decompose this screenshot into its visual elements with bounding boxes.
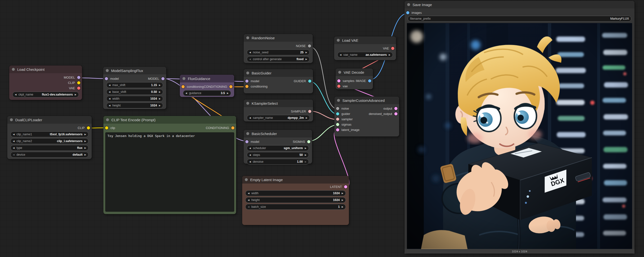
node-random-noise[interactable]: RandomNoise NOISE ◀ noise_seed 25 ▶ ◀ co…	[244, 34, 313, 63]
input-port-model[interactable]	[105, 77, 108, 80]
node-empty-latent-image[interactable]: Empty Latent Image LATENT ◀ width 1024 ▶…	[242, 176, 349, 225]
output-port-clip[interactable]	[87, 126, 90, 129]
input-port-model[interactable]	[245, 140, 248, 143]
decrement-arrow[interactable]: ◀	[249, 161, 251, 163]
input-port-sampler[interactable]	[336, 118, 339, 121]
output-port-conditioning[interactable]	[231, 126, 234, 129]
node-header[interactable]: KSamplerSelect	[244, 99, 313, 107]
widget-height[interactable]: ◀ height 1024 ▶	[245, 197, 346, 203]
widget-height[interactable]: ◀ height 1024 ▶	[106, 103, 163, 108]
node-dual-clip-loader[interactable]: DualCLIPLoader CLIP ◀ clip_name1 t5xxl_f…	[7, 116, 92, 159]
node-header[interactable]: SamplerCustomAdvanced	[334, 96, 399, 104]
decrement-arrow[interactable]: ◀	[248, 199, 250, 201]
input-port-sigmas[interactable]	[336, 123, 339, 126]
node-header[interactable]: Load VAE	[334, 36, 396, 44]
decrement-arrow[interactable]: ◀	[248, 192, 250, 195]
widget-steps[interactable]: ◀ steps 50 ▶	[247, 152, 309, 158]
collapse-dot[interactable]	[246, 36, 249, 39]
output-port-denoised-output[interactable]	[394, 112, 398, 115]
node-vae-decode[interactable]: VAE Decode samples IMAGE vae	[336, 68, 373, 89]
widget-type[interactable]: ◀ type flux ▶	[10, 145, 88, 151]
decrement-arrow[interactable]: ◀	[249, 147, 251, 149]
node-sampler-custom-advanced[interactable]: SamplerCustomAdvanced noise output guide…	[334, 96, 399, 137]
node-header[interactable]: RandomNoise	[244, 34, 313, 42]
increment-arrow[interactable]: ▶	[342, 192, 343, 195]
input-port-vae[interactable]	[337, 85, 340, 88]
collapse-dot[interactable]	[12, 68, 15, 71]
decrement-arrow[interactable]: ◀	[15, 94, 16, 96]
widget-guidance[interactable]: ◀ guidance 3.5 ▶	[183, 90, 231, 96]
increment-arrow[interactable]: ▶	[305, 147, 306, 149]
node-header[interactable]: Empty Latent Image	[242, 176, 349, 184]
increment-arrow[interactable]: ▶	[75, 94, 76, 96]
increment-arrow[interactable]: ▶	[306, 117, 308, 119]
collapse-dot[interactable]	[407, 3, 410, 6]
decrement-arrow[interactable]: ◀	[249, 51, 251, 54]
increment-arrow[interactable]: ▶	[84, 147, 86, 149]
widget-clip-name1[interactable]: ◀ clip_name1 t5xxl_fp16.safetensors ▶	[10, 131, 88, 137]
widget-control-after-generate[interactable]: ◀ control after generate fixed ▶	[247, 56, 310, 62]
decrement-arrow[interactable]: ◀	[249, 154, 251, 156]
widget-vae-name[interactable]: ◀ vae_name ae.safetensors ▶	[337, 52, 393, 58]
node-save-image[interactable]: Save Image images filename_prefix Markur…	[404, 1, 634, 254]
output-port-model[interactable]	[161, 77, 164, 80]
decrement-arrow[interactable]: ◀	[249, 117, 251, 119]
increment-arrow[interactable]: ▶	[159, 84, 161, 86]
widget-sampler-name[interactable]: ◀ sampler_name dpmpp_2m ▶	[247, 115, 310, 121]
increment-arrow[interactable]: ▶	[305, 154, 306, 156]
increment-arrow[interactable]: ▶	[306, 58, 307, 60]
input-port-model[interactable]	[245, 79, 248, 83]
decrement-arrow[interactable]: ◀	[248, 206, 250, 208]
widget-base-shift[interactable]: ◀ base_shift 0.50 ▶	[106, 89, 163, 95]
output-port-vae[interactable]	[77, 87, 80, 90]
increment-arrow[interactable]: ▶	[159, 98, 161, 100]
widget-width[interactable]: ◀ width 1024 ▶	[245, 190, 346, 196]
input-port-samples[interactable]	[337, 79, 340, 82]
node-header[interactable]: FluxGuidance	[180, 75, 234, 82]
node-flux-guidance[interactable]: FluxGuidance conditioning CONDITIONING ◀…	[180, 75, 234, 97]
collapse-dot[interactable]	[246, 132, 249, 135]
increment-arrow[interactable]: ▶	[342, 206, 343, 208]
decrement-arrow[interactable]: ◀	[13, 140, 14, 142]
widget-clip-name2[interactable]: ◀ clip_name2 clip_l.safetensors ▶	[10, 138, 88, 144]
input-port-conditioning[interactable]	[245, 85, 248, 88]
widget-width[interactable]: ◀ width 1024 ▶	[106, 96, 163, 102]
decrement-arrow[interactable]: ◀	[109, 98, 110, 100]
output-port-guider[interactable]	[308, 79, 311, 83]
increment-arrow[interactable]: ▶	[306, 51, 307, 54]
decrement-arrow[interactable]: ◀	[109, 84, 110, 86]
collapse-dot[interactable]	[106, 118, 109, 121]
increment-arrow[interactable]: ▶	[159, 104, 161, 107]
widget-denoise[interactable]: ◀ denoise 1.00 ▶	[247, 159, 309, 165]
node-header[interactable]: DualCLIPLoader	[7, 116, 92, 124]
widget-batch-size[interactable]: ◀ batch_size 1 ▶	[245, 204, 346, 210]
increment-arrow[interactable]: ▶	[227, 92, 228, 94]
collapse-dot[interactable]	[246, 71, 249, 74]
node-header[interactable]: ModelSamplingFlux	[103, 67, 166, 74]
input-port-noise[interactable]	[336, 107, 339, 110]
increment-arrow[interactable]: ▶	[305, 161, 306, 163]
increment-arrow[interactable]: ▶	[84, 154, 86, 156]
input-port-clip[interactable]	[105, 126, 108, 129]
input-port-guider[interactable]	[336, 112, 339, 115]
widget-ckpt-name[interactable]: ◀ ckpt_name flux1-dev.safetensors ▶	[12, 92, 79, 97]
collapse-dot[interactable]	[337, 99, 340, 102]
node-header[interactable]: VAE Decode	[336, 68, 373, 76]
collapse-dot[interactable]	[246, 102, 249, 105]
node-load-vae[interactable]: Load VAE VAE ◀ vae_name ae.safetensors ▶	[334, 36, 396, 60]
widget-max-shift[interactable]: ◀ max_shift 1.15 ▶	[106, 82, 163, 88]
comfyui-canvas[interactable]: { "app": {"name": "ComfyUI node graph"},…	[0, 0, 644, 257]
output-port-clip[interactable]	[77, 81, 80, 84]
widget-scheduler[interactable]: ◀ scheduler sgm_uniform ▶	[247, 145, 309, 151]
decrement-arrow[interactable]: ◀	[109, 104, 110, 107]
node-basic-guider[interactable]: BasicGuider model GUIDER conditioning	[244, 69, 313, 93]
increment-arrow[interactable]: ▶	[84, 140, 86, 142]
increment-arrow[interactable]: ▶	[342, 199, 343, 201]
output-port-model[interactable]	[77, 76, 80, 79]
node-ksampler-select[interactable]: KSamplerSelect SAMPLER ◀ sampler_name dp…	[244, 99, 313, 121]
collapse-dot[interactable]	[337, 39, 340, 42]
collapse-dot[interactable]	[10, 118, 13, 121]
input-port-latent-image[interactable]	[336, 128, 339, 131]
output-port-latent[interactable]	[344, 185, 347, 188]
output-port-vae[interactable]	[391, 47, 394, 50]
